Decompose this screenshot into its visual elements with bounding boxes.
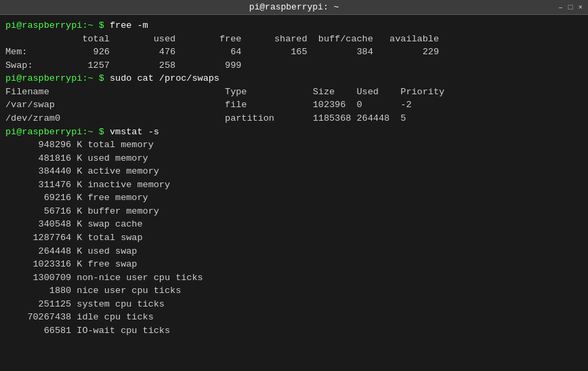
command-text: sudo cat /proc/swaps [110, 73, 219, 83]
terminal-line: /var/swap file 102396 0 -2 [5, 98, 583, 112]
terminal-line: 340548 K swap cache [5, 218, 583, 231]
terminal-line: pi@raspberrypi:~ $ free -m [5, 19, 583, 33]
terminal-line: 481816 K used memory [5, 152, 583, 165]
terminal-line: 70267438 idle cpu ticks [5, 311, 583, 324]
terminal-line: 1880 nice user cpu ticks [5, 284, 583, 298]
terminal-line: /dev/zram0 partition 1185368 264448 5 [5, 112, 583, 125]
command-text: vmstat -s [110, 127, 159, 137]
terminal-output: pi@raspberrypi:~ $ free -m total used fr… [0, 15, 588, 371]
prompt-text: pi@raspberrypi:~ $ [5, 127, 110, 137]
terminal-line: total used free shared buff/cache availa… [5, 33, 583, 46]
terminal-line: 948296 K total memory [5, 138, 583, 152]
terminal-line: 251125 system cpu ticks [5, 298, 583, 311]
window-title: pi@raspberrypi: ~ [249, 2, 339, 12]
minimize-button[interactable]: – [558, 3, 563, 12]
title-bar: pi@raspberrypi: ~ – □ × [0, 0, 588, 15]
command-text: free -m [110, 20, 148, 31]
terminal-line: pi@raspberrypi:~ $ vmstat -s [5, 125, 583, 139]
terminal-line: 56716 K buffer memory [5, 205, 583, 218]
terminal-line: Mem: 926 476 64 165 384 229 [5, 45, 583, 59]
terminal-line: 264448 K used swap [5, 245, 583, 258]
prompt-text: pi@raspberrypi:~ $ [5, 73, 110, 83]
terminal-line: 66581 IO-wait cpu ticks [5, 324, 583, 338]
terminal-line: pi@raspberrypi:~ $ sudo cat /proc/swaps [5, 72, 583, 85]
close-button[interactable]: × [578, 3, 583, 12]
terminal-line: 69216 K free memory [5, 191, 583, 205]
terminal-line: 384440 K active memory [5, 165, 583, 178]
terminal-line: 311476 K inactive memory [5, 178, 583, 192]
terminal-line: 1287764 K total swap [5, 231, 583, 245]
maximize-button[interactable]: □ [568, 3, 573, 12]
terminal-line: Filename Type Size Used Priority [5, 85, 583, 99]
window-controls[interactable]: – □ × [558, 3, 583, 12]
terminal-line: Swap: 1257 258 999 [5, 59, 583, 73]
prompt-text: pi@raspberrypi:~ $ [5, 20, 110, 31]
terminal-line: 1300709 non-nice user cpu ticks [5, 271, 583, 285]
terminal-line: 1023316 K free swap [5, 258, 583, 271]
